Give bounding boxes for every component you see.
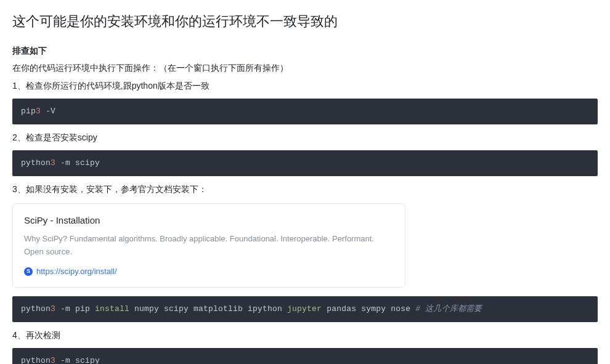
- link-card[interactable]: SciPy - Installation Why SciPy? Fundamen…: [12, 203, 405, 288]
- code-block-3[interactable]: python3 -m pip install numpy scipy matpl…: [12, 296, 598, 322]
- code-token: -m scipy: [55, 356, 100, 364]
- code-token: 3: [36, 107, 41, 116]
- code-token: -m pip: [55, 304, 95, 313]
- step-3-text: 3、如果没有安装，安装下，参考官方文档安装下：: [12, 182, 598, 197]
- step-2-text: 2、检查是否安装scipy: [12, 131, 598, 145]
- code-token: install: [95, 304, 129, 313]
- step-1-text: 1、检查你所运行的代码环境,跟python版本是否一致: [12, 79, 598, 94]
- code-token: python: [21, 158, 51, 168]
- link-card-title: SciPy - Installation: [24, 212, 394, 229]
- code-block-1[interactable]: pip3 -V: [12, 99, 598, 124]
- intro-text: 在你的代码运行环境中执行下面操作：（在一个窗口执行下面所有操作）: [12, 61, 598, 76]
- code-block-2[interactable]: python3 -m scipy: [12, 150, 598, 176]
- code-token: 3: [51, 158, 55, 168]
- answer-title: 这个可能是你的安装环境和你的运行环境不一致导致的: [12, 12, 598, 31]
- code-token: 3: [51, 356, 55, 364]
- step-4-text: 4、再次检测: [12, 328, 598, 343]
- link-card-url[interactable]: https://scipy.org/install/: [36, 265, 117, 278]
- code-token: numpy scipy matplotlib ipython: [129, 304, 287, 313]
- code-token: 3: [51, 304, 55, 313]
- code-token: -m scipy: [55, 158, 100, 168]
- section-label: 排查如下: [12, 44, 598, 59]
- code-token: python: [21, 304, 51, 313]
- code-block-4[interactable]: python3 -m scipy: [12, 348, 598, 364]
- favicon-icon: S: [24, 267, 33, 276]
- link-card-desc: Why SciPy? Fundamental algorithms. Broad…: [24, 233, 394, 259]
- code-token: -V: [41, 107, 55, 116]
- code-token: python: [21, 356, 51, 364]
- code-comment: # 这几个库都需要: [415, 304, 482, 313]
- code-token: jupyter: [287, 304, 322, 313]
- code-token: pandas sympy nose: [322, 304, 415, 313]
- code-token: pip: [21, 107, 36, 116]
- link-card-url-row: S https://scipy.org/install/: [24, 265, 394, 278]
